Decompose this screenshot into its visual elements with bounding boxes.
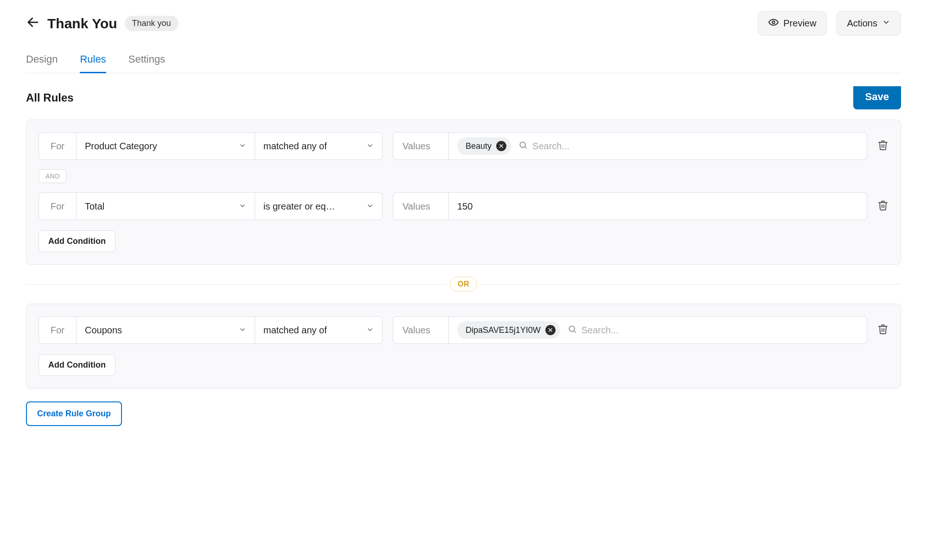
values-body: DipaSAVE15j1YI0W ✕ <box>449 317 867 344</box>
delete-condition-button[interactable] <box>877 200 889 213</box>
tab-rules[interactable]: Rules <box>80 53 106 73</box>
field-value: Total <box>85 201 104 212</box>
value-search-input[interactable] <box>582 325 858 336</box>
field-select[interactable]: Coupons <box>77 316 255 344</box>
values-body <box>449 193 867 220</box>
page-title: Thank You <box>47 16 117 32</box>
page-header: Thank You Thank you Preview Actions <box>26 11 901 36</box>
close-icon[interactable]: ✕ <box>496 141 506 151</box>
chevron-down-icon <box>239 201 246 212</box>
tab-settings[interactable]: Settings <box>128 53 166 73</box>
chevron-down-icon <box>366 201 374 212</box>
svg-point-1 <box>773 21 775 24</box>
section-title: All Rules <box>26 91 74 104</box>
chevron-down-icon <box>366 325 374 336</box>
delete-condition-button[interactable] <box>877 324 889 337</box>
operator-select[interactable]: matched any of <box>255 132 383 160</box>
values-label: Values <box>393 193 449 220</box>
operator-select[interactable]: matched any of <box>255 316 383 344</box>
value-search <box>568 325 858 336</box>
close-icon[interactable]: ✕ <box>545 325 556 335</box>
chip-label: DipaSAVE15j1YI0W <box>466 325 541 335</box>
search-icon <box>518 140 528 152</box>
section-header: All Rules Save <box>26 86 901 109</box>
field-select[interactable]: Total <box>77 192 255 220</box>
values-group: Values DipaSAVE15j1YI0W ✕ <box>393 316 867 344</box>
values-label: Values <box>393 133 449 159</box>
eye-icon <box>768 17 779 30</box>
svg-line-3 <box>525 146 527 148</box>
operator-select[interactable]: is greater or eq… <box>255 192 383 220</box>
svg-point-2 <box>520 142 525 147</box>
operator-value: is greater or eq… <box>263 201 335 212</box>
condition-row: For Coupons matched any of Values DipaSA… <box>38 316 889 344</box>
svg-line-5 <box>574 331 576 332</box>
condition-row: For Product Category matched any of Valu… <box>38 132 889 160</box>
actions-button[interactable]: Actions <box>836 11 901 36</box>
tabs: Design Rules Settings <box>26 53 901 73</box>
chevron-down-icon <box>239 325 246 336</box>
value-input[interactable] <box>457 193 858 220</box>
save-button[interactable]: Save <box>853 86 901 109</box>
values-group: Values Beauty ✕ <box>393 132 867 160</box>
chevron-down-icon <box>366 141 374 152</box>
back-arrow-icon[interactable] <box>26 15 40 32</box>
field-value: Product Category <box>85 141 157 152</box>
chevron-down-icon <box>239 141 246 152</box>
values-body: Beauty ✕ <box>449 133 867 159</box>
create-rule-group-button[interactable]: Create Rule Group <box>26 401 122 426</box>
preview-label: Preview <box>783 18 816 29</box>
add-condition-button[interactable]: Add Condition <box>38 230 115 252</box>
condition-field-group: For Coupons matched any of <box>38 316 383 344</box>
svg-point-4 <box>569 326 575 331</box>
add-condition-button[interactable]: Add Condition <box>38 354 115 376</box>
chevron-down-icon <box>882 18 890 29</box>
operator-value: matched any of <box>263 141 327 152</box>
value-chip: DipaSAVE15j1YI0W ✕ <box>457 321 560 339</box>
for-label: For <box>38 132 77 160</box>
chip-label: Beauty <box>466 141 492 151</box>
condition-row: For Total is greater or eq… Values <box>38 192 889 220</box>
values-label: Values <box>393 317 449 344</box>
search-icon <box>568 325 577 336</box>
for-label: For <box>38 316 77 344</box>
condition-field-group: For Total is greater or eq… <box>38 192 383 220</box>
value-search-input[interactable] <box>532 141 858 152</box>
value-search <box>518 140 858 152</box>
rule-group: For Product Category matched any of Valu… <box>26 120 901 265</box>
condition-field-group: For Product Category matched any of <box>38 132 383 160</box>
value-chip: Beauty ✕ <box>457 137 511 155</box>
values-group: Values <box>393 192 867 220</box>
for-label: For <box>38 192 77 220</box>
or-separator: OR <box>26 277 901 292</box>
field-select[interactable]: Product Category <box>77 132 255 160</box>
actions-label: Actions <box>847 18 877 29</box>
tab-design[interactable]: Design <box>26 53 58 73</box>
rule-group: For Coupons matched any of Values DipaSA… <box>26 304 901 388</box>
separator-line <box>481 284 901 285</box>
and-connector: AND <box>38 169 67 183</box>
or-connector: OR <box>450 277 477 292</box>
field-value: Coupons <box>85 325 122 336</box>
preview-button[interactable]: Preview <box>758 11 827 36</box>
delete-condition-button[interactable] <box>877 140 889 153</box>
page-subtitle-badge: Thank you <box>125 16 179 31</box>
separator-line <box>26 284 446 285</box>
operator-value: matched any of <box>263 325 327 336</box>
